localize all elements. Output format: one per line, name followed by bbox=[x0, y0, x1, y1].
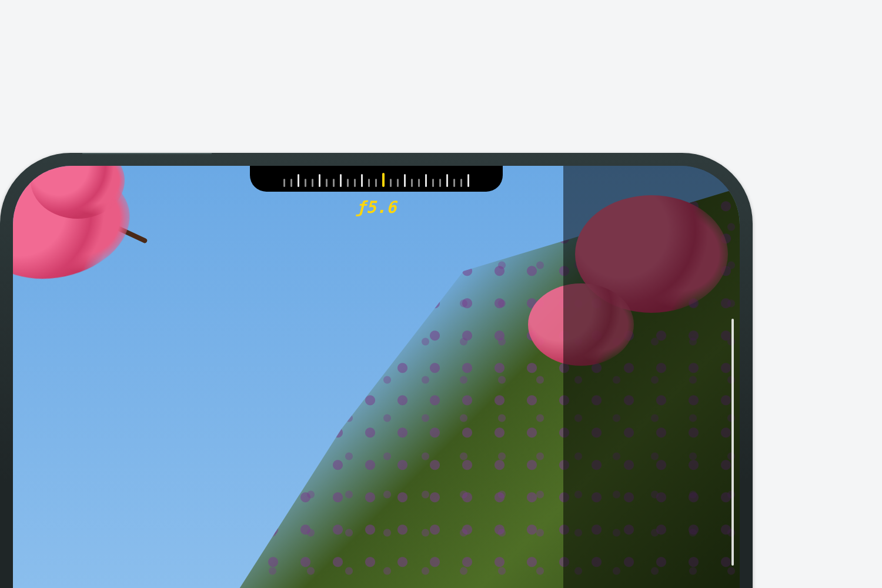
device-notch bbox=[250, 166, 503, 192]
exposure-indicator[interactable] bbox=[731, 319, 734, 566]
aperture-slider-tick bbox=[467, 174, 469, 187]
aperture-slider-tick bbox=[418, 179, 420, 187]
aperture-slider-tick bbox=[368, 179, 370, 187]
aperture-slider-tick bbox=[333, 179, 335, 187]
aperture-slider-tick bbox=[432, 179, 434, 187]
aperture-slider-tick bbox=[453, 179, 455, 187]
aperture-slider-tick bbox=[439, 179, 441, 187]
aperture-slider-tick bbox=[305, 179, 306, 187]
aperture-slider-tick bbox=[397, 179, 399, 187]
aperture-slider-tick bbox=[425, 174, 427, 187]
aperture-slider[interactable] bbox=[278, 167, 475, 189]
aperture-value-label: ƒ5.6 bbox=[356, 198, 396, 217]
aperture-slider-tick bbox=[361, 174, 363, 187]
aperture-slider-tick bbox=[312, 179, 313, 187]
aperture-slider-tick bbox=[319, 174, 320, 187]
aperture-slider-tick bbox=[411, 179, 413, 187]
aperture-slider-tick bbox=[347, 179, 349, 187]
aperture-slider-tick bbox=[283, 179, 285, 187]
aperture-slider-tick bbox=[290, 179, 292, 187]
camera-side-panel bbox=[563, 166, 740, 588]
aperture-slider-tick bbox=[404, 174, 406, 187]
aperture-slider-tick bbox=[390, 179, 392, 187]
aperture-slider-tick bbox=[298, 174, 299, 187]
device-frame: ƒ5.6 bbox=[0, 153, 753, 588]
device-side-button bbox=[82, 153, 212, 154]
aperture-slider-tick bbox=[446, 174, 448, 187]
aperture-slider-tick bbox=[460, 179, 462, 187]
camera-screen: ƒ5.6 bbox=[13, 166, 740, 588]
aperture-slider-tick bbox=[326, 179, 328, 187]
aperture-slider-tick bbox=[354, 179, 356, 187]
camera-viewfinder bbox=[13, 166, 740, 588]
aperture-slider-tick bbox=[382, 173, 385, 187]
aperture-slider-tick bbox=[375, 179, 377, 187]
aperture-slider-tick bbox=[340, 174, 342, 187]
